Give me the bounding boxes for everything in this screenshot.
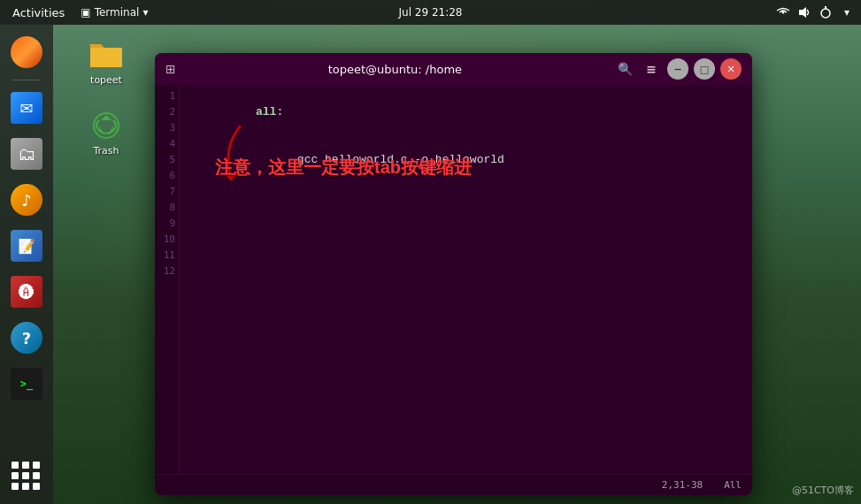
terminal-menu-label: Terminal: [95, 6, 140, 19]
software-center-icon: 🅐: [11, 276, 42, 308]
firefox-icon: [11, 36, 42, 68]
line-num-9: 9: [169, 216, 175, 232]
line-num-3: 3: [169, 120, 175, 136]
sound-icon[interactable]: [797, 5, 811, 19]
line-num-4: 4: [169, 136, 175, 152]
top-panel: Activities ▣ Terminal ▾ Jul 29 21:28: [0, 0, 861, 25]
system-tray: ▾: [776, 5, 854, 19]
line-num-1: 1: [169, 88, 175, 104]
help-icon: ?: [11, 322, 42, 354]
activities-button[interactable]: Activities: [7, 4, 70, 21]
line-num-6: 6: [169, 168, 175, 184]
desktop-icon-topeet[interactable]: topeet: [78, 34, 135, 89]
line-num-12: 12: [164, 263, 175, 279]
dock-item-writer[interactable]: 📝: [6, 225, 47, 266]
svg-point-0: [782, 11, 785, 14]
terminal-text-area[interactable]: all: gcc helloworld.c -o helloworld 注意，这…: [180, 85, 752, 474]
files-icon: 🗂: [11, 138, 42, 170]
dock-item-software[interactable]: 🅐: [6, 271, 47, 312]
dock-item-files[interactable]: 🗂: [6, 134, 47, 174]
line-num-8: 8: [169, 200, 175, 216]
writer-icon: 📝: [11, 230, 42, 262]
terminal-title: topeet@ubuntu: /home: [183, 63, 607, 76]
menu-button[interactable]: ≡: [641, 58, 662, 80]
dropdown-arrow[interactable]: ▾: [840, 5, 854, 19]
svg-marker-1: [799, 7, 806, 18]
grid-dot: [33, 472, 40, 479]
desktop-icon-topeet-label: topeet: [90, 74, 122, 86]
desktop: Activities ▣ Terminal ▾ Jul 29 21:28: [0, 0, 861, 504]
rhythmbox-icon: ♪: [11, 184, 42, 216]
desktop-icon-trash[interactable]: Trash: [78, 104, 135, 160]
show-applications-button[interactable]: [6, 462, 47, 493]
terminal-line-1: all:: [187, 88, 745, 136]
line-num-10: 10: [164, 232, 175, 248]
close-button[interactable]: ✕: [720, 58, 742, 80]
grid-dot: [22, 462, 29, 469]
terminal-menu-icon: ▣: [81, 6, 90, 19]
annotation-text: 注意，这里一定要按tab按键缩进: [215, 156, 472, 179]
grid-dot: [33, 462, 40, 469]
svg-point-2: [821, 9, 830, 18]
grid-dot: [33, 483, 40, 490]
power-icon[interactable]: [819, 5, 833, 19]
scroll-position: All: [724, 479, 742, 491]
desktop-icon-trash-label: Trash: [93, 145, 119, 157]
dock-item-terminal[interactable]: >_: [6, 363, 47, 404]
terminal-dock-icon: >_: [11, 368, 42, 400]
dock-item-music[interactable]: ♪: [6, 179, 47, 220]
line-num-11: 11: [164, 248, 175, 263]
application-dock: ✉ 🗂 ♪ 📝 🅐 ? >_: [0, 25, 53, 504]
line-num-2: 2: [169, 104, 175, 120]
watermark: @51CTO博客: [792, 484, 854, 497]
grid-dot: [12, 462, 19, 469]
search-button[interactable]: 🔍: [614, 58, 635, 80]
titlebar-actions: 🔍 ≡ − □ ✕: [614, 58, 742, 80]
grid-dot: [12, 472, 19, 479]
datetime-display: Jul 29 21:28: [399, 6, 463, 19]
trash-icon: [88, 108, 124, 143]
tab-icon: ⊞: [165, 62, 176, 76]
network-icon[interactable]: [776, 5, 790, 19]
terminal-statusbar: 2,31-38 All: [155, 474, 752, 495]
line-num-5: 5: [169, 152, 175, 168]
mail-icon: ✉: [11, 92, 42, 124]
dock-item-mail[interactable]: ✉: [6, 88, 47, 128]
folder-icon: [88, 37, 124, 73]
grid-dot: [12, 483, 19, 490]
grid-dot: [22, 472, 29, 479]
dock-item-help[interactable]: ?: [6, 317, 47, 358]
grid-dot: [22, 483, 29, 490]
line-num-7: 7: [169, 184, 175, 200]
terminal-titlebar: ⊞ topeet@ubuntu: /home 🔍 ≡ − □ ✕: [155, 53, 752, 85]
line-numbers-gutter: 1 2 3 4 5 6 7 8 9 10 11 12: [155, 85, 180, 474]
terminal-menu-arrow: ▾: [142, 6, 148, 19]
terminal-menu-button[interactable]: ▣ Terminal ▾: [81, 6, 148, 19]
cursor-position: 2,31-38: [662, 479, 703, 491]
top-panel-left: Activities ▣ Terminal ▾: [7, 4, 148, 21]
dock-separator-1: [12, 80, 41, 80]
dock-item-firefox[interactable]: [6, 32, 47, 73]
terminal-body[interactable]: 1 2 3 4 5 6 7 8 9 10 11 12 all: gcc hell…: [155, 85, 752, 474]
maximize-button[interactable]: □: [694, 58, 715, 80]
makefile-target-label: all:: [256, 105, 283, 118]
terminal-window: ⊞ topeet@ubuntu: /home 🔍 ≡ − □ ✕ 1 2 3 4…: [155, 53, 752, 495]
minimize-button[interactable]: −: [667, 58, 688, 80]
